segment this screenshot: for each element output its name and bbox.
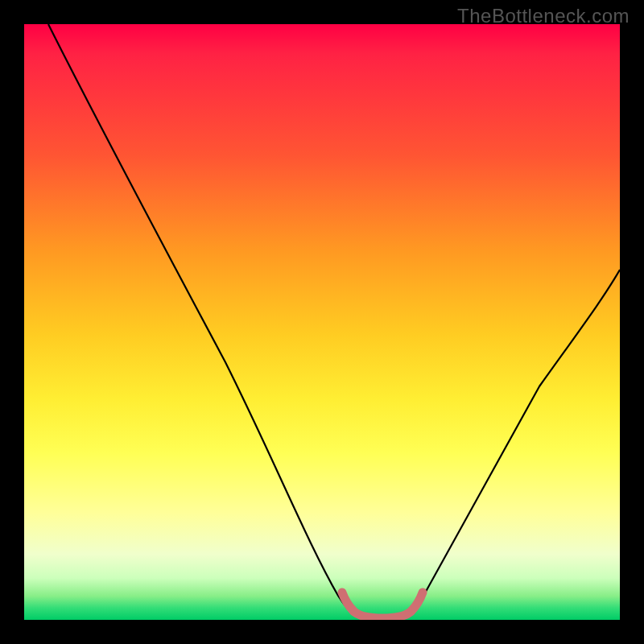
chart-plot-area [24, 24, 620, 620]
bottleneck-curve-path [48, 24, 620, 618]
optimal-band-path [342, 592, 423, 618]
chart-svg [24, 24, 620, 620]
watermark-text: TheBottleneck.com [457, 5, 630, 27]
